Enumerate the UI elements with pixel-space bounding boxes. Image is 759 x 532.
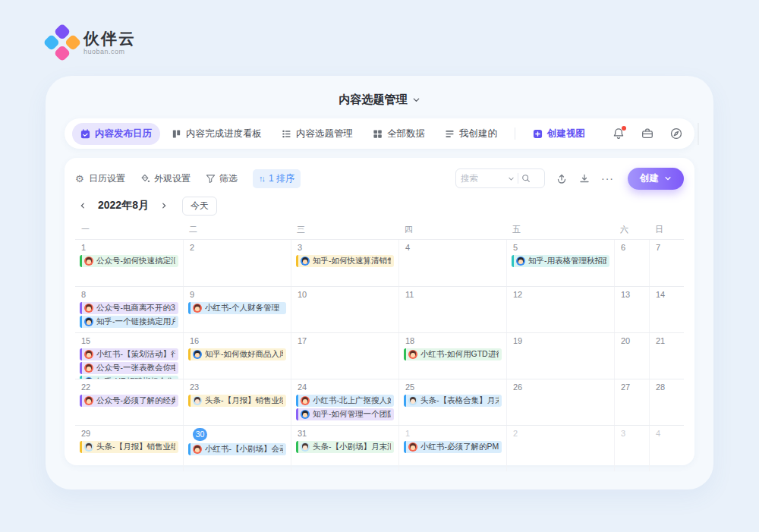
tabbar-divider <box>515 127 515 140</box>
calendar-cell[interactable]: 23头条-【月报】销售业绩如何... <box>183 379 291 425</box>
tab-label: 我创建的 <box>459 127 497 140</box>
calendar-cell[interactable]: 20 <box>614 333 649 379</box>
calendar-cell[interactable]: 8公众号-电商离不开的3张表知乎-一个链接搞定用户调查... <box>75 287 183 332</box>
calendar-event[interactable]: 小红书-【小剧场】会动的甘... <box>188 443 286 455</box>
event-avatar-icon <box>84 442 93 452</box>
calendar-event[interactable]: 头条-【月报】销售业绩如何... <box>188 395 286 407</box>
date-number: 29 <box>75 426 183 439</box>
calendar-cell[interactable]: 18小红书-如何用GTD进行时间... <box>398 333 506 379</box>
calendar-event[interactable]: 知乎-用表格管理秋招面试? <box>512 255 609 267</box>
calendar-cell[interactable]: 28 <box>649 379 684 425</box>
event-title: 头条-【月报】销售业绩如何... <box>205 395 283 406</box>
tab-5[interactable]: 我创建的 <box>436 123 505 145</box>
calendar-cell[interactable]: 17 <box>291 333 398 379</box>
calendar-cell[interactable]: 1公众号-如何快速搞定汇报图... <box>75 240 183 286</box>
calendar-cell[interactable]: 29头条-【月报】销售业绩如何... <box>75 426 183 471</box>
date-number: 21 <box>650 333 684 347</box>
calendar-cell[interactable]: 14 <box>649 287 684 332</box>
calendar-week-row: 15小红书-【策划活动】行政中...公众号-一张表教会你电商数...知乎-HR招… <box>75 332 684 379</box>
calendar-settings-button[interactable]: ⚙ 日历设置 <box>75 172 125 185</box>
weekday-label: 二 <box>183 222 291 239</box>
search-box[interactable] <box>455 168 545 188</box>
search-icon[interactable] <box>521 174 531 183</box>
calendar-event[interactable]: 小红书-如何用GTD进行时间... <box>404 348 502 360</box>
calendar-cell[interactable]: 19 <box>506 333 614 379</box>
calendar-cell[interactable]: 9小红书-个人财务管理 <box>183 287 291 332</box>
date-number: 9 <box>184 287 291 301</box>
prev-month-icon[interactable] <box>75 198 90 213</box>
calendar-cell[interactable]: 16知乎-如何做好商品入库管理? <box>183 333 291 379</box>
calendar-event[interactable]: 公众号-电商离不开的3张表 <box>80 302 178 314</box>
calendar-cell[interactable]: 15小红书-【策划活动】行政中...公众号-一张表教会你电商数...知乎-HR招… <box>75 333 183 379</box>
date-number: 2 <box>184 240 291 253</box>
calendar-cell[interactable]: 10 <box>291 287 398 332</box>
calendar-cell[interactable]: 12 <box>506 287 614 332</box>
compass-icon[interactable] <box>669 127 683 140</box>
calendar-event[interactable]: 头条-【小剧场】月末汇报. ... <box>296 441 394 453</box>
sort-button[interactable]: ↑↓ 1 排序 <box>253 169 301 188</box>
calendar-event[interactable]: 知乎-一个链接搞定用户调查... <box>80 316 178 328</box>
calendar-event[interactable]: 头条-【月报】销售业绩如何... <box>80 441 178 453</box>
tab-3[interactable]: 内容选题管理 <box>273 123 361 145</box>
calendar-cell[interactable]: 3 <box>614 426 649 471</box>
tab-1[interactable]: 内容发布日历 <box>72 123 160 145</box>
create-button[interactable]: 创建 <box>628 168 684 190</box>
calendar-cell[interactable]: 24小红书-北上广抠搜人如何高...知乎-如何管理一个团队? <box>291 379 398 425</box>
calendar-cell[interactable]: 30小红书-【小剧场】会动的甘... <box>183 426 291 471</box>
briefcase-icon[interactable] <box>641 127 654 140</box>
tab-4[interactable]: 全部数据 <box>364 123 433 145</box>
event-avatar-icon <box>84 257 93 266</box>
calendar-cell[interactable]: 26 <box>506 379 614 425</box>
download-icon[interactable] <box>578 172 591 184</box>
search-input[interactable] <box>461 174 505 183</box>
calendar-event[interactable]: 公众号-如何快速搞定汇报图... <box>80 255 178 267</box>
bell-icon[interactable] <box>612 127 625 140</box>
calendar-cell[interactable]: 6 <box>614 240 649 286</box>
upload-icon[interactable] <box>556 172 568 184</box>
calendar-cell[interactable]: 21 <box>649 333 684 379</box>
calendar-cell[interactable]: 3知乎-如何快速算清销售业绩? <box>291 240 398 286</box>
weekday-label: 六 <box>614 222 649 239</box>
tab-6[interactable]: 创建视图 <box>524 123 594 145</box>
calendar-event[interactable]: 小红书-北上广抠搜人如何高... <box>296 395 394 407</box>
app-logo[interactable]: 伙伴云 huoban.com <box>49 29 136 56</box>
logo-name: 伙伴云 <box>83 30 136 46</box>
calendar-event[interactable]: 知乎-如何快速算清销售业绩? <box>296 255 394 267</box>
calendar-cell[interactable]: 22公众号-必须了解的经典电商... <box>75 379 183 425</box>
calendar-cell[interactable]: 25头条-【表格合集】月末抱大腿 <box>398 379 506 425</box>
calendar-event[interactable]: 知乎-如何做好商品入库管理? <box>188 348 286 360</box>
appearance-settings-button[interactable]: 外观设置 <box>140 172 191 185</box>
calendar-cell[interactable]: 4 <box>398 240 506 286</box>
chevron-down-icon[interactable] <box>508 175 515 182</box>
date-number: 20 <box>615 333 649 347</box>
calendar-event[interactable]: 公众号-必须了解的经典电商... <box>80 395 178 407</box>
calendar-cell[interactable]: 2 <box>506 426 614 471</box>
calendar-event[interactable]: 知乎-如何管理一个团队? <box>296 408 394 420</box>
more-options-icon[interactable]: ··· <box>601 172 614 184</box>
next-month-icon[interactable] <box>156 198 172 213</box>
calendar-cell[interactable]: 11 <box>398 287 506 332</box>
calendar-cell[interactable]: 31头条-【小剧场】月末汇报. ... <box>291 426 398 471</box>
calendar-event[interactable]: 知乎-HR招聘指标合集 <box>80 376 178 379</box>
today-button[interactable]: 今天 <box>182 197 217 216</box>
calendar-event[interactable]: 公众号-一张表教会你电商数... <box>80 362 178 374</box>
calendar-event[interactable]: 小红书-必须了解的PMO知识... <box>404 441 502 453</box>
calendar-event[interactable]: 小红书-【策划活动】行政中... <box>80 348 178 360</box>
tab-2[interactable]: 内容完成进度看板 <box>163 123 270 145</box>
calendar-event[interactable]: 头条-【表格合集】月末抱大腿 <box>404 395 502 407</box>
calendar-cell[interactable]: 2 <box>183 240 291 286</box>
date-number: 27 <box>615 379 649 393</box>
calendar-week-row: 8公众号-电商离不开的3张表知乎-一个链接搞定用户调查...9小红书-个人财务管… <box>75 286 684 332</box>
calendar-cell[interactable]: 5知乎-用表格管理秋招面试? <box>506 240 614 286</box>
calendar-cell[interactable]: 1小红书-必须了解的PMO知识... <box>398 426 506 471</box>
logo-diamond-icon <box>43 24 82 62</box>
calendar-event[interactable]: 小红书-个人财务管理 <box>188 302 286 314</box>
calendar-cell[interactable]: 27 <box>614 379 649 425</box>
date-number: 17 <box>291 333 398 347</box>
calendar-cell[interactable]: 7 <box>649 240 684 286</box>
calendar-cell[interactable]: 4 <box>649 426 684 471</box>
filter-button[interactable]: 筛选 <box>206 172 238 185</box>
calendar-cell[interactable]: 13 <box>614 287 649 332</box>
page-title-dropdown[interactable]: 内容选题管理 <box>65 88 694 111</box>
calendar-week-row: 22公众号-必须了解的经典电商...23头条-【月报】销售业绩如何...24小红… <box>75 379 684 425</box>
